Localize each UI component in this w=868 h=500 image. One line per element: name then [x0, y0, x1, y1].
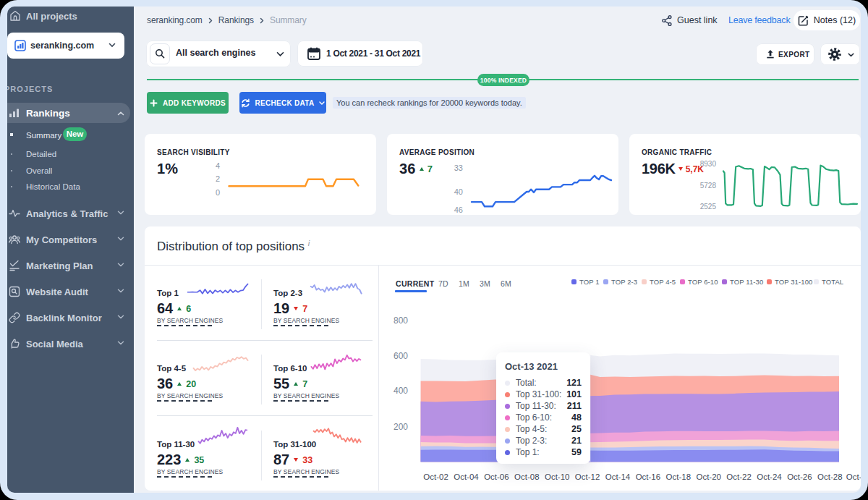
svg-text:40: 40: [454, 187, 463, 196]
svg-text:Oct-16: Oct-16: [636, 473, 661, 481]
svg-text:33: 33: [454, 164, 463, 172]
svg-text:Oct-10: Oct-10: [545, 473, 570, 481]
svg-text:200: 200: [393, 422, 408, 432]
svg-text:800: 800: [393, 315, 408, 326]
svg-text:Oct-30: Oct-30: [846, 473, 861, 481]
svg-text:2: 2: [216, 174, 220, 183]
svg-text:Oct-08: Oct-08: [514, 473, 540, 481]
svg-text:Oct-14: Oct-14: [605, 473, 631, 481]
svg-text:Oct-26: Oct-26: [787, 473, 812, 481]
svg-text:Oct-18: Oct-18: [666, 473, 692, 481]
svg-text:Oct-24: Oct-24: [757, 473, 782, 481]
svg-text:Oct-02: Oct-02: [423, 473, 448, 481]
svg-text:400: 400: [393, 386, 408, 396]
svg-text:4: 4: [216, 161, 220, 170]
svg-text:Oct-22: Oct-22: [726, 473, 752, 481]
svg-text:Oct-12: Oct-12: [575, 473, 600, 481]
svg-text:Oct-20: Oct-20: [696, 473, 721, 481]
svg-text:2525: 2525: [700, 203, 717, 211]
svg-text:5728: 5728: [700, 182, 717, 190]
svg-text:0: 0: [216, 188, 220, 197]
svg-text:Oct-04: Oct-04: [454, 473, 479, 481]
svg-text:600: 600: [393, 351, 408, 361]
svg-text:Oct-06: Oct-06: [484, 473, 509, 481]
svg-text:46: 46: [454, 205, 463, 214]
svg-text:8930: 8930: [700, 160, 717, 168]
svg-text:Oct-28: Oct-28: [817, 473, 843, 481]
